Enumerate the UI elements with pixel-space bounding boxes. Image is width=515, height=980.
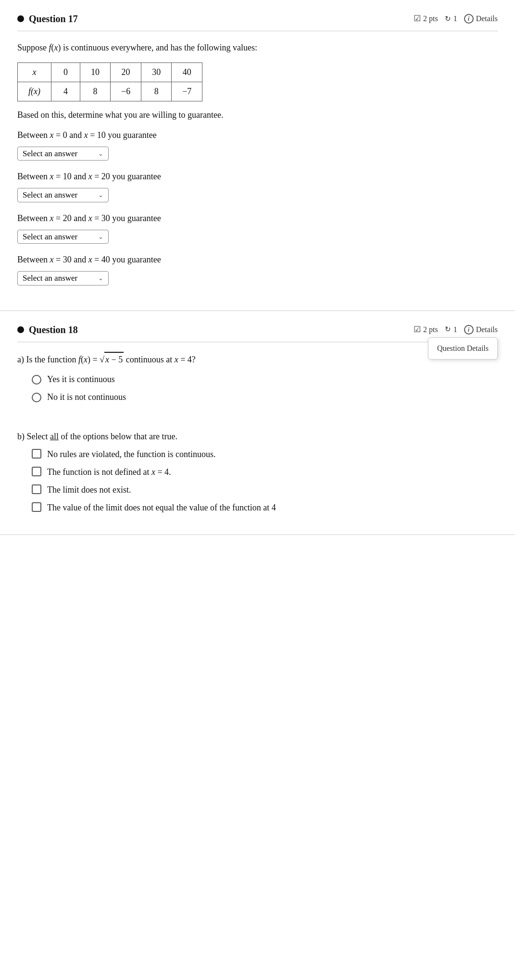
guarantee-select-2[interactable]: Select an answer at least one zero no gu… [23, 190, 94, 199]
table-cell-x0: 0 [51, 62, 80, 82]
table-row-x: x 0 10 20 30 40 [18, 62, 202, 82]
table-cell-x40: 40 [172, 62, 202, 82]
guarantee-select-3[interactable]: Select an answer at least one zero no gu… [23, 232, 94, 241]
table-cell-f30: 8 [141, 82, 172, 101]
pts-value-q18: 2 pts [423, 324, 438, 335]
question-17-block: Question 17 ☑ 2 pts ↻ 1 i Details Suppos… [0, 0, 515, 311]
radio-yes-label: Yes it is continuous [47, 373, 115, 386]
question-17-header: Question 17 ☑ 2 pts ↻ 1 i Details [17, 12, 498, 31]
info-icon-q18: i [464, 325, 474, 335]
q18-part-a-label: a) Is the function f(x) = √x − 5 continu… [17, 352, 498, 367]
guarantee-select-3-wrap[interactable]: Select an answer at least one zero no gu… [17, 230, 109, 244]
attempts-q18: ↻ 1 [445, 324, 457, 335]
question-18-block: Question 18 ☑ 2 pts ↻ 1 i Details Questi… [0, 311, 515, 535]
checkbox-option-4[interactable]: The value of the limit does not equal th… [32, 501, 498, 514]
radio-yes-circle[interactable] [32, 375, 41, 385]
sqrt-bar: x − 5 [104, 352, 124, 367]
checkbox-2[interactable] [32, 467, 41, 476]
attempts-value-q17: 1 [453, 13, 457, 25]
checkbox-option-3[interactable]: The limit does not exist. [32, 484, 498, 496]
question-17-label: Question 17 [29, 12, 78, 26]
guarantee-item-3: Between x = 20 and x = 30 you guarantee … [17, 212, 498, 244]
info-icon-q17: i [464, 14, 474, 24]
question-18-label: Question 18 [29, 323, 78, 337]
details-btn-q17[interactable]: i Details [464, 13, 498, 25]
chevron-down-icon-2: ⌄ [98, 190, 103, 200]
chevron-down-icon-3: ⌄ [98, 232, 103, 242]
guarantee-item-1: Between x = 0 and x = 10 you guarantee S… [17, 129, 498, 161]
undo-icon-q18: ↻ [445, 324, 451, 335]
attempts-q17: ↻ 1 [445, 13, 457, 25]
table-cell-f10: 8 [80, 82, 111, 101]
guarantee-select-4-wrap[interactable]: Select an answer at least one zero no gu… [17, 271, 109, 285]
guarantee-item-4: Between x = 30 and x = 40 you guarantee … [17, 253, 498, 285]
checkbox-label-2: The function is not defined at x = 4. [47, 466, 171, 479]
table-cell-f40: −7 [172, 82, 202, 101]
checkbox-option-2[interactable]: The function is not defined at x = 4. [32, 466, 498, 479]
guarantee-select-4[interactable]: Select an answer at least one zero no gu… [23, 273, 94, 283]
chevron-down-icon-4: ⌄ [98, 273, 103, 283]
question-18-header: Question 18 ☑ 2 pts ↻ 1 i Details Questi… [17, 323, 498, 342]
guarantee-item-2: Between x = 10 and x = 20 you guarantee … [17, 170, 498, 202]
table-header-fx: f(x) [18, 82, 51, 101]
checkbox-label-4: The value of the limit does not equal th… [47, 501, 276, 514]
question-details-tooltip: Question Details [428, 337, 498, 360]
radio-no[interactable]: No it is not continuous [32, 391, 498, 404]
guarantee-label-2: Between x = 10 and x = 20 you guarantee [17, 170, 498, 183]
checkbox-1[interactable] [32, 449, 41, 459]
question-18-title: Question 18 [17, 323, 78, 337]
q17-description: Suppose f(x) is continuous everywhere, a… [17, 41, 498, 55]
pts-badge-q18: ☑ 2 pts [414, 323, 438, 336]
question-17-title: Question 17 [17, 12, 78, 26]
q17-instruction: Based on this, determine what you are wi… [17, 108, 498, 122]
tooltip-text: Question Details [437, 344, 489, 352]
table-cell-x10: 10 [80, 62, 111, 82]
table-cell-x30: 30 [141, 62, 172, 82]
table-header-x: x [18, 62, 51, 82]
attempts-value-q18: 1 [453, 324, 457, 335]
pts-badge-q17: ☑ 2 pts [414, 12, 438, 25]
checkbox-option-1[interactable]: No rules are violated, the function is c… [32, 448, 498, 461]
checkbox-pts-icon-q18: ☑ [414, 323, 421, 336]
question-18-meta: ☑ 2 pts ↻ 1 i Details Question Details [414, 323, 498, 336]
guarantee-label-1: Between x = 0 and x = 10 you guarantee [17, 129, 498, 142]
bullet-dot-q18 [17, 326, 24, 333]
table-cell-f0: 4 [51, 82, 80, 101]
chevron-down-icon-1: ⌄ [98, 149, 103, 159]
checkbox-label-1: No rules are violated, the function is c… [47, 448, 215, 461]
guarantee-label-4: Between x = 30 and x = 40 you guarantee [17, 253, 498, 266]
radio-no-circle[interactable] [32, 393, 41, 402]
details-btn-q18-wrap: i Details Question Details [464, 324, 498, 335]
checkbox-3[interactable] [32, 484, 41, 494]
guarantee-select-1-wrap[interactable]: Select an answer at least one zero no gu… [17, 147, 109, 161]
details-label-q18: Details [476, 324, 498, 335]
undo-icon-q17: ↻ [445, 13, 451, 25]
radio-yes[interactable]: Yes it is continuous [32, 373, 498, 386]
pts-value-q17: 2 pts [423, 13, 438, 25]
details-btn-q18[interactable]: i Details [464, 324, 498, 335]
table-cell-f20: −6 [111, 82, 141, 101]
details-label-q17: Details [476, 13, 498, 25]
q18-part-b-label: b) Select all of the options below that … [17, 430, 498, 443]
guarantee-label-3: Between x = 20 and x = 30 you guarantee [17, 212, 498, 225]
radio-no-label: No it is not continuous [47, 391, 126, 404]
checkbox-4[interactable] [32, 502, 41, 512]
values-table: x 0 10 20 30 40 f(x) 4 8 −6 8 −7 [17, 62, 202, 101]
bullet-dot-q17 [17, 15, 24, 22]
question-17-meta: ☑ 2 pts ↻ 1 i Details [414, 12, 498, 25]
guarantee-select-2-wrap[interactable]: Select an answer at least one zero no gu… [17, 188, 109, 202]
checkbox-pts-icon-q17: ☑ [414, 12, 421, 25]
table-cell-x20: 20 [111, 62, 141, 82]
guarantee-select-1[interactable]: Select an answer at least one zero no gu… [23, 149, 94, 158]
table-row-fx: f(x) 4 8 −6 8 −7 [18, 82, 202, 101]
checkbox-label-3: The limit does not exist. [47, 484, 131, 496]
